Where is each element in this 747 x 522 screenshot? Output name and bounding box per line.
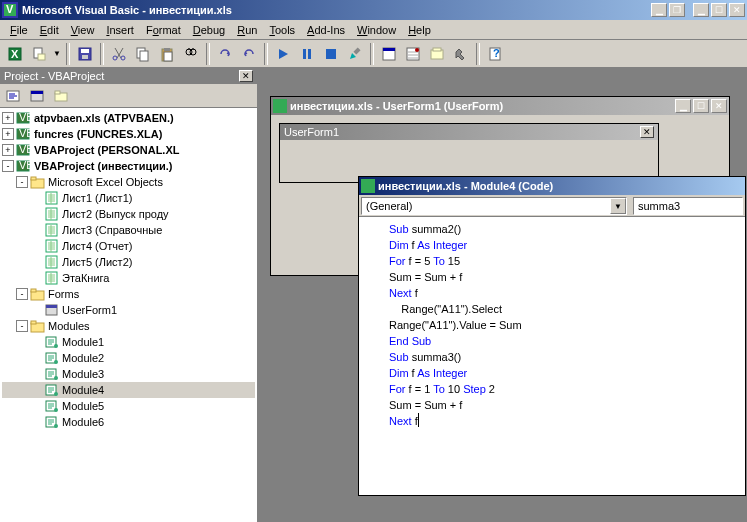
save-icon[interactable] — [74, 43, 96, 65]
view-excel-icon[interactable]: X — [4, 43, 26, 65]
menu-insert[interactable]: Insert — [100, 22, 140, 38]
tree-node[interactable]: +VBVBAProject (PERSONAL.XL — [2, 142, 255, 158]
expand-icon[interactable]: - — [2, 160, 14, 172]
svg-rect-15 — [164, 48, 170, 51]
userform-canvas[interactable]: UserForm1 ✕ — [279, 123, 659, 183]
properties-icon[interactable] — [402, 43, 424, 65]
svg-rect-14 — [164, 52, 172, 61]
tree-node[interactable]: ЭтаКнига — [2, 270, 255, 286]
maximize-button[interactable]: ☐ — [711, 3, 727, 17]
userform-body[interactable] — [280, 140, 658, 180]
code-titlebar[interactable]: инвестиции.xls - Module4 (Code) — [359, 177, 745, 195]
tree-node[interactable]: +VBfuncres (FUNCRES.XLA) — [2, 126, 255, 142]
menu-format[interactable]: Format — [140, 22, 187, 38]
uf-close-button[interactable]: ✕ — [711, 99, 727, 113]
tree-node[interactable]: Module6 — [2, 414, 255, 430]
tree-node[interactable]: Module5 — [2, 398, 255, 414]
menu-view[interactable]: View — [65, 22, 101, 38]
menu-run[interactable]: Run — [231, 22, 263, 38]
code-line[interactable]: For f = 1 To 10 Step 2 — [389, 381, 741, 397]
menu-debug[interactable]: Debug — [187, 22, 231, 38]
expand-icon[interactable]: - — [16, 288, 28, 300]
close-button[interactable]: ✕ — [729, 3, 745, 17]
menu-file[interactable]: File — [4, 22, 34, 38]
uf-maximize-button[interactable]: ☐ — [693, 99, 709, 113]
menu-edit[interactable]: Edit — [34, 22, 65, 38]
doc-restore-button[interactable]: ❐ — [669, 3, 685, 17]
expand-icon[interactable]: + — [2, 128, 14, 140]
project-tree[interactable]: +VBatpvbaen.xls (ATPVBAEN.)+VBfuncres (F… — [0, 108, 257, 432]
toggle-folders-icon[interactable] — [50, 85, 72, 107]
tree-node[interactable]: Module4 — [2, 382, 255, 398]
svg-rect-19 — [308, 49, 311, 59]
separator — [66, 43, 70, 65]
menu-add-ins[interactable]: Add-Ins — [301, 22, 351, 38]
object-browser-icon[interactable] — [426, 43, 448, 65]
code-editor[interactable]: Sub summa2()Dim f As IntegerFor f = 5 To… — [359, 217, 745, 433]
procedure-combo[interactable]: summa3 — [633, 197, 743, 215]
tree-node[interactable]: -Modules — [2, 318, 255, 334]
project-panel-close[interactable]: ✕ — [239, 70, 253, 82]
code-line[interactable]: Next f — [389, 413, 741, 429]
minimize-button[interactable]: ▁ — [693, 3, 709, 17]
separator — [370, 43, 374, 65]
help-icon[interactable]: ? — [484, 43, 506, 65]
tree-node[interactable]: UserForm1 — [2, 302, 255, 318]
code-line[interactable]: Dim f As Integer — [389, 237, 741, 253]
tree-node[interactable]: -Microsoft Excel Objects — [2, 174, 255, 190]
redo-icon[interactable] — [238, 43, 260, 65]
code-line[interactable]: Sub summa3() — [389, 349, 741, 365]
code-line[interactable]: Dim f As Integer — [389, 365, 741, 381]
tree-node[interactable]: -Forms — [2, 286, 255, 302]
tree-node[interactable]: -VBVBAProject (инвестиции.) — [2, 158, 255, 174]
copy-icon[interactable] — [132, 43, 154, 65]
svg-rect-56 — [31, 321, 36, 324]
code-line[interactable]: Sum = Sum + f — [389, 269, 741, 285]
tree-node[interactable]: Module1 — [2, 334, 255, 350]
dropdown-icon[interactable]: ▼ — [610, 198, 626, 214]
cut-icon[interactable] — [108, 43, 130, 65]
code-line[interactable]: Range("A11").Select — [389, 301, 741, 317]
reset-icon[interactable] — [320, 43, 342, 65]
menu-help[interactable]: Help — [402, 22, 437, 38]
menu-tools[interactable]: Tools — [263, 22, 301, 38]
code-window[interactable]: инвестиции.xls - Module4 (Code) (General… — [358, 176, 746, 496]
view-object-icon[interactable] — [26, 85, 48, 107]
tree-node[interactable]: Лист2 (Выпуск проду — [2, 206, 255, 222]
project-explorer-icon[interactable] — [378, 43, 400, 65]
view-code-icon[interactable] — [2, 85, 24, 107]
expand-icon[interactable]: + — [2, 144, 14, 156]
tree-node[interactable]: Лист5 (Лист2) — [2, 254, 255, 270]
tree-node[interactable]: Лист4 (Отчет) — [2, 238, 255, 254]
insert-dropdown[interactable]: ▼ — [52, 49, 62, 58]
code-line[interactable]: End Sub — [389, 333, 741, 349]
paste-icon[interactable] — [156, 43, 178, 65]
uf-minimize-button[interactable]: ▁ — [675, 99, 691, 113]
run-icon[interactable] — [272, 43, 294, 65]
userform-titlebar[interactable]: инвестиции.xls - UserForm1 (UserForm) ▁ … — [271, 97, 729, 115]
expand-icon[interactable]: + — [2, 112, 14, 124]
expand-icon[interactable]: - — [16, 320, 28, 332]
code-line[interactable]: For f = 5 To 15 — [389, 253, 741, 269]
design-mode-icon[interactable] — [344, 43, 366, 65]
undo-icon[interactable] — [214, 43, 236, 65]
sheet-icon — [44, 271, 60, 285]
insert-icon[interactable] — [28, 43, 50, 65]
code-line[interactable]: Next f — [389, 285, 741, 301]
tree-node[interactable]: +VBatpvbaen.xls (ATPVBAEN.) — [2, 110, 255, 126]
break-icon[interactable] — [296, 43, 318, 65]
expand-icon[interactable]: - — [16, 176, 28, 188]
tree-node[interactable]: Лист1 (Лист1) — [2, 190, 255, 206]
tree-node[interactable]: Module3 — [2, 366, 255, 382]
tree-node[interactable]: Лист3 (Справочные — [2, 222, 255, 238]
code-line[interactable]: Range("A11").Value = Sum — [389, 317, 741, 333]
code-line[interactable]: Sum = Sum + f — [389, 397, 741, 413]
svg-rect-34 — [55, 91, 60, 94]
find-icon[interactable] — [180, 43, 202, 65]
code-line[interactable]: Sub summa2() — [389, 221, 741, 237]
menu-window[interactable]: Window — [351, 22, 402, 38]
doc-minimize-button[interactable]: ▁ — [651, 3, 667, 17]
object-combo[interactable]: (General) ▼ — [361, 197, 627, 215]
toolbox-icon[interactable] — [450, 43, 472, 65]
tree-node[interactable]: Module2 — [2, 350, 255, 366]
